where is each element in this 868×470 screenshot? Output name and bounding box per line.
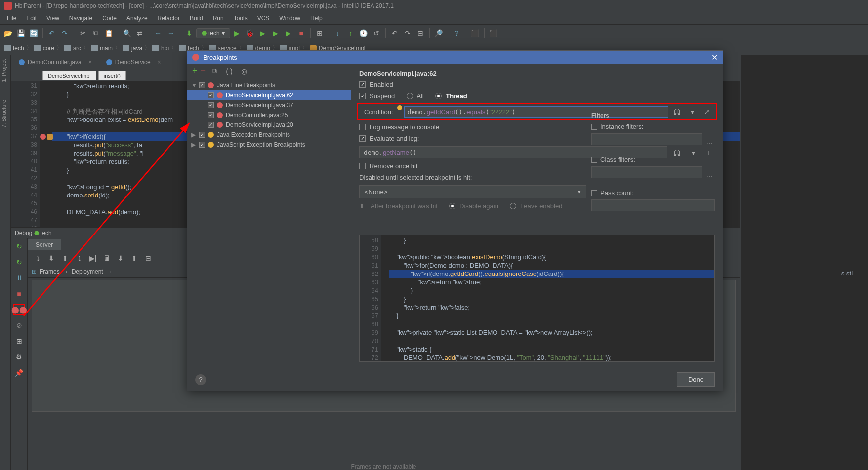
menu-edit[interactable]: Edit	[21, 13, 41, 24]
menu-build[interactable]: Build	[185, 13, 208, 24]
bp-item[interactable]: ✓DemoServiceImpl.java:37	[187, 100, 351, 110]
add-breakpoint-icon[interactable]: +	[192, 66, 198, 76]
class-more-icon[interactable]: …	[704, 169, 715, 181]
jrebel-icon[interactable]: ⬛	[469, 27, 481, 39]
run-icon[interactable]: ▶	[231, 27, 243, 39]
search-everywhere-icon[interactable]: 🔎	[433, 27, 445, 39]
menu-view[interactable]: View	[41, 13, 64, 24]
disabled-until-select[interactable]: <None>▾	[359, 185, 586, 198]
leave-enabled-radio[interactable]	[510, 203, 516, 209]
undo-icon[interactable]: ↶	[46, 27, 58, 39]
menu-navigate[interactable]: Navigate	[64, 13, 97, 24]
crumb-java[interactable]: java	[123, 45, 142, 52]
crumb-src[interactable]: src	[64, 45, 81, 52]
crumb-main[interactable]: main	[91, 45, 113, 52]
instance-filter-input[interactable]	[591, 133, 702, 145]
bp-item[interactable]: ✓DemoController.java:25	[187, 110, 351, 120]
history-fwd-icon[interactable]: ↷	[402, 27, 413, 39]
pin-icon[interactable]: 📌	[13, 367, 25, 379]
menu-code[interactable]: Code	[97, 13, 122, 24]
mute-bp-icon[interactable]: ⊘	[13, 319, 25, 331]
pause-icon[interactable]: ⏸	[13, 272, 25, 284]
bp-group[interactable]: ▶✓Java Exception Breakpoints	[187, 130, 351, 140]
pass-count-input[interactable]	[591, 199, 715, 211]
eval-checkbox[interactable]	[359, 135, 366, 142]
view-breakpoints-icon[interactable]: ⬤⬤	[13, 304, 25, 315]
tree-view-icon[interactable]: ◎	[238, 65, 250, 77]
stop-icon[interactable]: ■	[295, 27, 307, 39]
instance-more-icon[interactable]: …	[704, 136, 715, 148]
menu-tools[interactable]: Tools	[229, 13, 252, 24]
redo-icon[interactable]: ↷	[59, 27, 71, 39]
paste-icon[interactable]: 📋	[103, 27, 115, 39]
crumb-tech[interactable]: tech	[4, 45, 24, 52]
step-force-out-icon[interactable]: ⬆	[128, 252, 140, 264]
done-button[interactable]: Done	[677, 372, 715, 387]
cut-icon[interactable]: ✂	[77, 27, 89, 39]
disable-again-radio[interactable]	[449, 203, 455, 209]
run-to-cursor-icon[interactable]: ▶|	[87, 252, 99, 264]
step-smart-icon[interactable]: ⬇	[115, 252, 126, 264]
menu-run[interactable]: Run	[208, 13, 229, 24]
sync-icon[interactable]: 🔄	[28, 27, 40, 39]
menu-help[interactable]: Help	[305, 13, 328, 24]
tree-copy-icon[interactable]: ⧉	[208, 65, 220, 77]
vcs-revert-icon[interactable]: ↺	[371, 27, 382, 39]
find-icon[interactable]: 🔍	[121, 27, 133, 39]
help-icon[interactable]: ?	[451, 27, 463, 39]
log-checkbox[interactable]	[359, 124, 366, 130]
step-into-icon[interactable]: ⬇	[45, 252, 57, 264]
force-step-icon[interactable]: ⤵	[73, 252, 85, 264]
show-exec-icon[interactable]: ⊟	[142, 252, 154, 264]
method-chip[interactable]: insert()	[98, 71, 126, 80]
forward-icon[interactable]: →	[165, 27, 177, 39]
menu-analyze[interactable]: Analyze	[122, 13, 153, 24]
bp-item[interactable]: ✓DemoServiceImpl.java:20	[187, 120, 351, 130]
step-over-icon[interactable]: ⤵	[32, 252, 43, 264]
copy-icon[interactable]: ⧉	[90, 27, 102, 39]
rerun-icon[interactable]: ↻	[13, 240, 25, 252]
class-chip[interactable]: DemoServiceImpl	[42, 71, 96, 80]
editor-tab[interactable]: DemoService×	[99, 56, 168, 69]
suspend-thread-radio[interactable]	[435, 93, 442, 99]
history-back-icon[interactable]: ↶	[389, 27, 401, 39]
instance-filter-checkbox[interactable]	[591, 124, 597, 130]
breakpoint-tree[interactable]: ▼✓Java Line Breakpoints✓DemoServiceImpl.…	[187, 78, 351, 368]
pass-count-checkbox[interactable]	[591, 190, 597, 196]
open-icon[interactable]: 📂	[2, 27, 14, 39]
suspend-all-radio[interactable]	[407, 93, 413, 99]
menu-file[interactable]: File	[2, 13, 21, 24]
deployment-tab[interactable]: Deployment	[72, 268, 103, 275]
tree-group-icon[interactable]: ( )	[223, 65, 235, 77]
enabled-checkbox[interactable]	[359, 81, 366, 88]
remove-once-checkbox[interactable]	[359, 163, 366, 169]
editor-gutter[interactable]: 313233343536373839404142434445464748	[11, 81, 41, 227]
server-tab[interactable]: Server	[28, 239, 61, 250]
frames-tab[interactable]: Frames	[40, 268, 60, 275]
attach-icon[interactable]: ▶	[283, 27, 294, 39]
jrebel2-icon[interactable]: ⬛	[488, 27, 499, 39]
layout-icon[interactable]: ⊞	[314, 27, 326, 39]
crumb-core[interactable]: core	[34, 45, 54, 52]
editor-tab[interactable]: DemoController.java×	[12, 56, 99, 69]
class-filter-checkbox[interactable]	[591, 157, 597, 163]
suspend-checkbox[interactable]	[359, 93, 366, 99]
structure-tool-tab[interactable]: 7: Structure	[0, 96, 8, 132]
project-tool-tab[interactable]: 1: Project	[0, 55, 8, 86]
menu-window[interactable]: Window	[274, 13, 305, 24]
menu-vcs[interactable]: VCS	[252, 13, 275, 24]
close-icon[interactable]: ✕	[711, 53, 718, 62]
profile-icon[interactable]: ▶	[270, 27, 282, 39]
run-config-selector[interactable]: ⬣ tech ▾	[196, 28, 230, 38]
vcs-commit-icon[interactable]: ↑	[345, 27, 357, 39]
dialog-titlebar[interactable]: Breakpoints ✕	[187, 51, 723, 64]
vcs-history-icon[interactable]: 🕐	[358, 27, 370, 39]
stop-debug-icon[interactable]: ■	[13, 288, 25, 300]
class-filter-input[interactable]	[591, 166, 702, 178]
settings-debug-icon[interactable]: ⚙	[13, 351, 25, 363]
debug-icon[interactable]: 🐞	[244, 27, 256, 39]
save-icon[interactable]: 💾	[15, 27, 27, 39]
replace-icon[interactable]: ⇄	[134, 27, 146, 39]
vcs-update-icon[interactable]: ↓	[332, 27, 344, 39]
crumb-hbi[interactable]: hbi	[152, 45, 169, 52]
